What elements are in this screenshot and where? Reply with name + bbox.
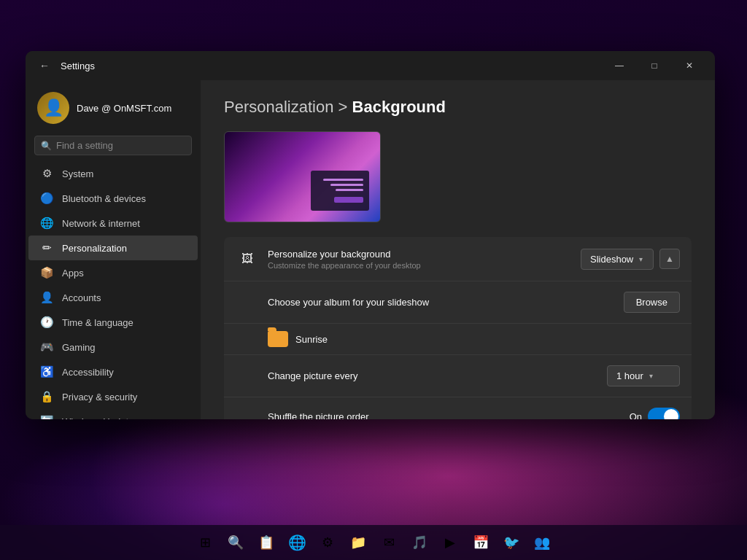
nav-item-system[interactable]: ⚙ System: [28, 161, 198, 186]
taskbar-calendar[interactable]: 📅: [468, 529, 494, 556]
background-preview: [224, 131, 381, 222]
shuffle-label: Shuffle the picture order: [268, 411, 621, 420]
nav-item-windows-update[interactable]: 🔄 Windows Update: [28, 409, 198, 419]
personalize-text: Personalize your background Customize th…: [268, 249, 572, 270]
shuffle-control: On: [630, 408, 680, 419]
nav-item-accessibility[interactable]: ♿ Accessibility: [28, 359, 198, 384]
picture-interval-dropdown[interactable]: 1 hour ▾: [607, 365, 680, 386]
taskbar-twitter[interactable]: 🐦: [498, 529, 525, 556]
shuffle-state: On: [630, 411, 642, 420]
window-title: Settings: [61, 61, 603, 71]
nav-icon-7: 🎮: [40, 341, 53, 354]
search-icon: 🔍: [41, 141, 52, 151]
browse-button[interactable]: Browse: [624, 292, 680, 313]
change-picture-text: Change picture every: [236, 370, 598, 381]
personalize-sublabel: Customize the appearance of your desktop: [268, 261, 572, 270]
search-input[interactable]: [56, 140, 185, 151]
user-name: Dave @ OnMSFT.com: [77, 103, 171, 114]
interval-chevron: ▾: [649, 372, 653, 380]
title-bar: ← Settings — □ ✕: [26, 51, 715, 80]
nav-label-8: Accessibility: [62, 367, 114, 378]
toggle-thumb: [664, 409, 678, 419]
nav-label-10: Windows Update: [62, 416, 133, 420]
personalize-control: Slideshow ▾ ▲: [581, 249, 680, 270]
taskbar-spotify[interactable]: 🎵: [406, 529, 433, 556]
personalize-row: 🖼 Personalize your background Customize …: [224, 237, 692, 281]
folder-content: Sunrise: [236, 331, 680, 347]
nav-icon-2: 🌐: [40, 217, 53, 230]
settings-section: 🖼 Personalize your background Customize …: [224, 237, 692, 419]
album-text: Choose your album for your slideshow: [236, 297, 615, 308]
taskbar-edge[interactable]: 🌐: [284, 529, 310, 556]
folder-icon: [268, 331, 288, 347]
nav-item-network-&-internet[interactable]: 🌐 Network & internet: [28, 211, 198, 236]
change-picture-label: Change picture every: [268, 370, 598, 381]
nav-label-6: Time & language: [62, 317, 133, 328]
taskbar-video[interactable]: ▶: [437, 529, 463, 556]
window-body: 👤 Dave @ OnMSFT.com 🔍 ⚙ System 🔵 Bluetoo…: [26, 80, 715, 419]
nav-list: ⚙ System 🔵 Bluetooth & devices 🌐 Network…: [26, 161, 201, 419]
nav-label-4: Apps: [62, 268, 84, 279]
background-type-dropdown[interactable]: Slideshow ▾: [581, 249, 654, 270]
taskbar-search[interactable]: 🔍: [222, 529, 249, 556]
nav-label-2: Network & internet: [62, 218, 140, 229]
nav-item-gaming[interactable]: 🎮 Gaming: [28, 335, 198, 359]
shuffle-text: Shuffle the picture order: [236, 411, 621, 420]
window-controls: — □ ✕: [603, 54, 706, 77]
maximize-button[interactable]: □: [638, 54, 671, 77]
breadcrumb-parent: Personalization: [224, 98, 333, 116]
nav-label-7: Gaming: [62, 342, 96, 353]
avatar: 👤: [37, 92, 69, 124]
close-button[interactable]: ✕: [673, 54, 706, 77]
dropdown-chevron: ▾: [639, 255, 643, 263]
nav-label-3: Personalization: [62, 243, 127, 254]
nav-icon-9: 🔒: [40, 390, 53, 403]
nav-item-accounts[interactable]: 👤 Accounts: [28, 285, 198, 310]
nav-item-privacy-&-security[interactable]: 🔒 Privacy & security: [28, 384, 198, 409]
main-panel: Personalization > Background 🖼: [201, 80, 715, 419]
nav-icon-4: 📦: [40, 266, 53, 279]
album-label: Choose your album for your slideshow: [268, 297, 615, 308]
preview-line-3: [336, 189, 363, 191]
nav-label-5: Accounts: [62, 292, 101, 303]
nav-item-apps[interactable]: 📦 Apps: [28, 260, 198, 285]
user-profile: 👤 Dave @ OnMSFT.com: [26, 86, 201, 136]
taskbar-files[interactable]: 📁: [345, 529, 371, 556]
collapse-icon: ▲: [665, 254, 674, 264]
personalize-label: Personalize your background: [268, 249, 572, 260]
preview-line-1: [323, 179, 363, 181]
nav-item-bluetooth-&-devices[interactable]: 🔵 Bluetooth & devices: [28, 186, 198, 211]
back-button[interactable]: ←: [34, 55, 55, 76]
background-type-value: Slideshow: [590, 254, 633, 265]
nav-item-personalization[interactable]: ✏ Personalization: [28, 236, 198, 260]
breadcrumb: Personalization > Background: [224, 98, 692, 117]
taskbar-taskview[interactable]: 📋: [253, 529, 279, 556]
picture-interval-value: 1 hour: [616, 370, 643, 381]
search-box[interactable]: 🔍: [34, 136, 192, 155]
shuffle-toggle[interactable]: [648, 408, 680, 419]
nav-icon-8: ♿: [40, 365, 53, 378]
collapse-button[interactable]: ▲: [659, 249, 680, 269]
nav-label-9: Privacy & security: [62, 392, 137, 402]
taskbar-settings[interactable]: ⚙: [314, 529, 341, 556]
nav-item-time-&-language[interactable]: 🕐 Time & language: [28, 310, 198, 335]
taskbar-start[interactable]: ⊞: [192, 529, 218, 556]
nav-label-1: Bluetooth & devices: [62, 193, 146, 204]
sidebar: 👤 Dave @ OnMSFT.com 🔍 ⚙ System 🔵 Bluetoo…: [26, 80, 201, 419]
personalize-icon: 🖼: [236, 247, 259, 271]
nav-icon-6: 🕐: [40, 316, 53, 329]
taskbar: ⊞ 🔍 📋 🌐 ⚙ 📁 ✉ 🎵 ▶ 📅 🐦 👥: [0, 525, 747, 560]
preview-screen: [311, 171, 369, 211]
taskbar-teams[interactable]: 👥: [529, 529, 555, 556]
minimize-button[interactable]: —: [603, 54, 636, 77]
nav-icon-0: ⚙: [40, 167, 53, 180]
shuffle-row: Shuffle the picture order On: [224, 397, 692, 419]
album-name: Sunrise: [295, 334, 328, 345]
change-picture-row: Change picture every 1 hour ▾: [224, 355, 692, 397]
nav-label-0: System: [62, 168, 93, 179]
nav-icon-3: ✏: [40, 241, 53, 254]
change-picture-control: 1 hour ▾: [607, 365, 680, 386]
album-row: Choose your album for your slideshow Bro…: [224, 281, 692, 324]
folder-row: Sunrise: [224, 324, 692, 355]
taskbar-mail[interactable]: ✉: [376, 529, 402, 556]
